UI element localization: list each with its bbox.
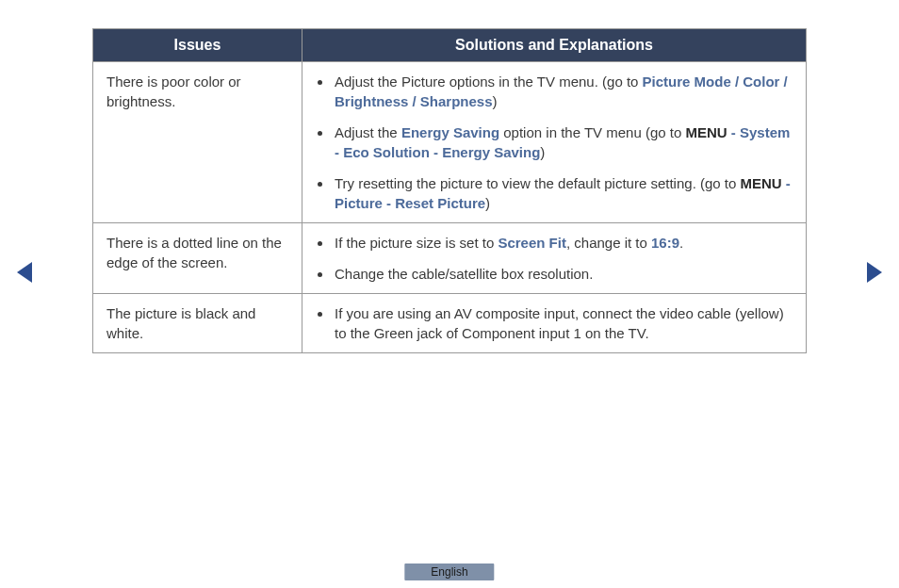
highlight-text: - [727, 124, 740, 140]
issue-cell: There is a dotted line on the edge of th… [93, 223, 302, 294]
solution-list: Adjust the Picture options in the TV men… [316, 72, 793, 213]
next-page-arrow-icon[interactable] [867, 262, 882, 283]
text: Try resetting the picture to view the de… [335, 175, 741, 191]
text: Adjust the [335, 124, 401, 140]
text: Adjust the Picture options in the TV men… [335, 74, 643, 90]
table-row: The picture is black and white.If you ar… [93, 294, 807, 353]
bold-text: MENU [685, 124, 727, 140]
table-row: There is poor color or brightness.Adjust… [93, 62, 807, 223]
text: . [679, 235, 683, 251]
solution-item: Adjust the Energy Saving option in the T… [333, 122, 793, 162]
prev-page-arrow-icon[interactable] [17, 262, 32, 283]
text: ) [485, 195, 490, 211]
solution-list: If the picture size is set to Screen Fit… [316, 233, 793, 284]
text: Change the cable/satellite box resolutio… [335, 266, 593, 282]
highlight-text: 16:9 [651, 235, 679, 251]
solution-item: Try resetting the picture to view the de… [333, 173, 793, 213]
page: Issues Solutions and Explanations There … [0, 0, 899, 588]
language-badge: English [404, 564, 494, 580]
solution-item: Adjust the Picture options in the TV men… [333, 72, 793, 111]
text: If the picture size is set to [335, 235, 498, 251]
troubleshooting-table: Issues Solutions and Explanations There … [92, 28, 807, 353]
solution-cell: If you are using an AV composite input, … [302, 294, 807, 353]
header-issues: Issues [93, 29, 302, 62]
highlight-text: Energy Saving [401, 124, 499, 140]
text: option in the TV menu (go to [499, 124, 685, 140]
text: , change it to [566, 235, 651, 251]
solution-list: If you are using an AV composite input, … [316, 303, 793, 343]
solution-cell: Adjust the Picture options in the TV men… [302, 62, 807, 223]
issue-cell: The picture is black and white. [93, 294, 302, 353]
text: ) [493, 93, 498, 109]
issue-cell: There is poor color or brightness. [93, 62, 302, 223]
table-row: There is a dotted line on the edge of th… [93, 223, 807, 294]
bold-text: MENU [741, 175, 782, 191]
text: If you are using an AV composite input, … [335, 305, 784, 341]
troubleshooting-table-container: Issues Solutions and Explanations There … [92, 28, 807, 353]
text: ) [540, 144, 545, 160]
header-solutions: Solutions and Explanations [302, 29, 807, 62]
solution-item: Change the cable/satellite box resolutio… [333, 264, 793, 284]
solution-item: If the picture size is set to Screen Fit… [333, 233, 793, 253]
solution-item: If you are using an AV composite input, … [333, 303, 793, 343]
solution-cell: If the picture size is set to Screen Fit… [302, 223, 807, 294]
highlight-text: Screen Fit [498, 235, 566, 251]
